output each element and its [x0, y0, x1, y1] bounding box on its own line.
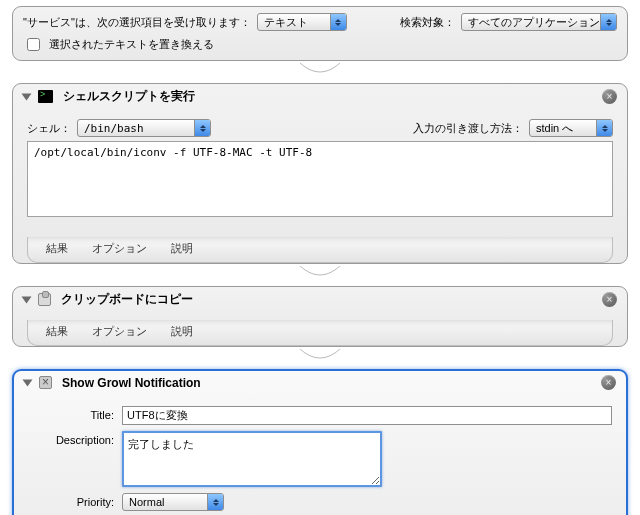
flow-connector: [0, 349, 640, 363]
growl-title-label: Title:: [28, 406, 114, 421]
close-icon[interactable]: ×: [602, 292, 617, 307]
tab-options[interactable]: オプション: [92, 324, 147, 339]
growl-description-textarea[interactable]: [122, 431, 382, 487]
shell-script-textarea[interactable]: [27, 141, 613, 217]
action-title: クリップボードにコピー: [61, 291, 193, 308]
replace-selection-label: 選択されたテキストを置き換える: [49, 37, 214, 52]
shell-select[interactable]: /bin/bash: [77, 119, 211, 137]
pass-input-select[interactable]: stdin へ: [529, 119, 613, 137]
action-tabs: 結果 オプション 説明: [27, 320, 613, 346]
growl-title-input[interactable]: [122, 406, 612, 425]
tab-results[interactable]: 結果: [46, 324, 68, 339]
shell-label: シェル：: [27, 121, 71, 136]
copy-to-clipboard-action: クリップボードにコピー × 結果 オプション 説明: [12, 286, 628, 347]
service-intro-label: "サービス"は、次の選択項目を受け取ります：: [23, 15, 251, 30]
run-shell-script-action: シェルスクリプトを実行 × シェル： /bin/bash 入力の引き渡し方法： …: [12, 83, 628, 264]
growl-icon: [39, 376, 52, 389]
action-tabs: 結果 オプション 説明: [27, 237, 613, 263]
growl-priority-select[interactable]: Normal: [122, 493, 224, 511]
tab-description[interactable]: 説明: [171, 324, 193, 339]
clipboard-icon: [38, 293, 51, 306]
growl-description-label: Description:: [28, 431, 114, 446]
pass-input-label: 入力の引き渡し方法：: [413, 121, 523, 136]
tab-options[interactable]: オプション: [92, 241, 147, 256]
flow-connector: [0, 63, 640, 77]
growl-notification-action: Show Growl Notification × Title: Descrip…: [12, 369, 628, 515]
growl-priority-label: Priority:: [28, 496, 114, 508]
flow-connector: [0, 266, 640, 280]
close-icon[interactable]: ×: [601, 375, 616, 390]
search-scope-select[interactable]: すべてのアプリケーション: [461, 13, 617, 31]
service-input-panel: "サービス"は、次の選択項目を受け取ります： テキスト 検索対象： すべてのアプ…: [12, 6, 628, 61]
service-input-type-select[interactable]: テキスト: [257, 13, 347, 31]
tab-results[interactable]: 結果: [46, 241, 68, 256]
replace-selection-checkbox[interactable]: [27, 38, 40, 51]
action-title: シェルスクリプトを実行: [63, 88, 195, 105]
disclosure-triangle-icon[interactable]: [23, 379, 33, 386]
search-scope-label: 検索対象：: [400, 15, 455, 30]
terminal-icon: [38, 90, 53, 103]
disclosure-triangle-icon[interactable]: [22, 93, 32, 100]
disclosure-triangle-icon[interactable]: [22, 296, 32, 303]
close-icon[interactable]: ×: [602, 89, 617, 104]
tab-description[interactable]: 説明: [171, 241, 193, 256]
action-title: Show Growl Notification: [62, 376, 201, 390]
